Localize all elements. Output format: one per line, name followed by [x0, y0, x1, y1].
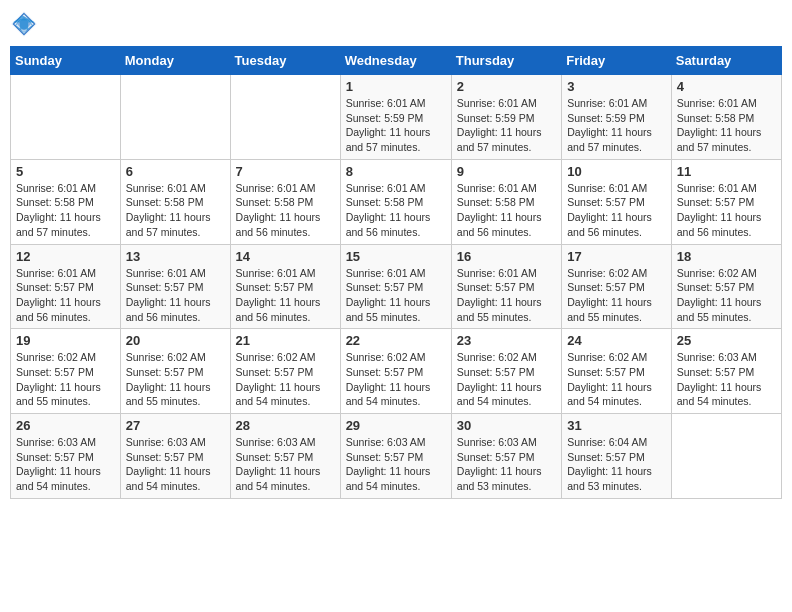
day-info: Sunrise: 6:03 AM Sunset: 5:57 PM Dayligh…	[677, 350, 776, 409]
day-number: 30	[457, 418, 556, 433]
day-number: 20	[126, 333, 225, 348]
calendar-week-row: 1Sunrise: 6:01 AM Sunset: 5:59 PM Daylig…	[11, 75, 782, 160]
calendar-cell: 26Sunrise: 6:03 AM Sunset: 5:57 PM Dayli…	[11, 414, 121, 499]
day-number: 21	[236, 333, 335, 348]
day-info: Sunrise: 6:01 AM Sunset: 5:58 PM Dayligh…	[16, 181, 115, 240]
weekday-header: Tuesday	[230, 47, 340, 75]
calendar-cell: 7Sunrise: 6:01 AM Sunset: 5:58 PM Daylig…	[230, 159, 340, 244]
calendar-cell: 31Sunrise: 6:04 AM Sunset: 5:57 PM Dayli…	[562, 414, 672, 499]
calendar-cell: 13Sunrise: 6:01 AM Sunset: 5:57 PM Dayli…	[120, 244, 230, 329]
day-number: 29	[346, 418, 446, 433]
calendar-cell: 1Sunrise: 6:01 AM Sunset: 5:59 PM Daylig…	[340, 75, 451, 160]
day-info: Sunrise: 6:01 AM Sunset: 5:58 PM Dayligh…	[236, 181, 335, 240]
calendar-cell: 24Sunrise: 6:02 AM Sunset: 5:57 PM Dayli…	[562, 329, 672, 414]
day-info: Sunrise: 6:04 AM Sunset: 5:57 PM Dayligh…	[567, 435, 666, 494]
day-info: Sunrise: 6:01 AM Sunset: 5:58 PM Dayligh…	[346, 181, 446, 240]
calendar-cell: 9Sunrise: 6:01 AM Sunset: 5:58 PM Daylig…	[451, 159, 561, 244]
day-info: Sunrise: 6:03 AM Sunset: 5:57 PM Dayligh…	[236, 435, 335, 494]
day-info: Sunrise: 6:01 AM Sunset: 5:58 PM Dayligh…	[677, 96, 776, 155]
day-number: 31	[567, 418, 666, 433]
day-info: Sunrise: 6:02 AM Sunset: 5:57 PM Dayligh…	[457, 350, 556, 409]
day-number: 24	[567, 333, 666, 348]
day-number: 23	[457, 333, 556, 348]
calendar-cell: 3Sunrise: 6:01 AM Sunset: 5:59 PM Daylig…	[562, 75, 672, 160]
calendar-week-row: 5Sunrise: 6:01 AM Sunset: 5:58 PM Daylig…	[11, 159, 782, 244]
calendar-cell: 5Sunrise: 6:01 AM Sunset: 5:58 PM Daylig…	[11, 159, 121, 244]
calendar-cell: 29Sunrise: 6:03 AM Sunset: 5:57 PM Dayli…	[340, 414, 451, 499]
day-info: Sunrise: 6:01 AM Sunset: 5:59 PM Dayligh…	[567, 96, 666, 155]
calendar-cell: 12Sunrise: 6:01 AM Sunset: 5:57 PM Dayli…	[11, 244, 121, 329]
calendar-week-row: 12Sunrise: 6:01 AM Sunset: 5:57 PM Dayli…	[11, 244, 782, 329]
day-number: 28	[236, 418, 335, 433]
day-info: Sunrise: 6:01 AM Sunset: 5:58 PM Dayligh…	[126, 181, 225, 240]
logo	[10, 10, 40, 38]
day-info: Sunrise: 6:01 AM Sunset: 5:57 PM Dayligh…	[567, 181, 666, 240]
day-info: Sunrise: 6:03 AM Sunset: 5:57 PM Dayligh…	[16, 435, 115, 494]
weekday-header: Thursday	[451, 47, 561, 75]
page-header	[10, 10, 782, 38]
calendar-cell: 4Sunrise: 6:01 AM Sunset: 5:58 PM Daylig…	[671, 75, 781, 160]
day-info: Sunrise: 6:02 AM Sunset: 5:57 PM Dayligh…	[346, 350, 446, 409]
day-info: Sunrise: 6:01 AM Sunset: 5:57 PM Dayligh…	[677, 181, 776, 240]
calendar-cell: 21Sunrise: 6:02 AM Sunset: 5:57 PM Dayli…	[230, 329, 340, 414]
calendar-cell: 23Sunrise: 6:02 AM Sunset: 5:57 PM Dayli…	[451, 329, 561, 414]
calendar-cell	[120, 75, 230, 160]
day-info: Sunrise: 6:03 AM Sunset: 5:57 PM Dayligh…	[346, 435, 446, 494]
day-info: Sunrise: 6:01 AM Sunset: 5:57 PM Dayligh…	[457, 266, 556, 325]
calendar-cell: 25Sunrise: 6:03 AM Sunset: 5:57 PM Dayli…	[671, 329, 781, 414]
calendar-table: SundayMondayTuesdayWednesdayThursdayFrid…	[10, 46, 782, 499]
day-info: Sunrise: 6:02 AM Sunset: 5:57 PM Dayligh…	[567, 350, 666, 409]
calendar-cell: 17Sunrise: 6:02 AM Sunset: 5:57 PM Dayli…	[562, 244, 672, 329]
day-number: 22	[346, 333, 446, 348]
day-info: Sunrise: 6:03 AM Sunset: 5:57 PM Dayligh…	[126, 435, 225, 494]
calendar-cell: 8Sunrise: 6:01 AM Sunset: 5:58 PM Daylig…	[340, 159, 451, 244]
weekday-header: Saturday	[671, 47, 781, 75]
day-number: 14	[236, 249, 335, 264]
day-number: 4	[677, 79, 776, 94]
day-number: 18	[677, 249, 776, 264]
calendar-cell: 16Sunrise: 6:01 AM Sunset: 5:57 PM Dayli…	[451, 244, 561, 329]
calendar-week-row: 19Sunrise: 6:02 AM Sunset: 5:57 PM Dayli…	[11, 329, 782, 414]
day-info: Sunrise: 6:01 AM Sunset: 5:57 PM Dayligh…	[236, 266, 335, 325]
calendar-cell: 27Sunrise: 6:03 AM Sunset: 5:57 PM Dayli…	[120, 414, 230, 499]
day-number: 13	[126, 249, 225, 264]
day-info: Sunrise: 6:02 AM Sunset: 5:57 PM Dayligh…	[126, 350, 225, 409]
day-info: Sunrise: 6:02 AM Sunset: 5:57 PM Dayligh…	[677, 266, 776, 325]
weekday-header: Sunday	[11, 47, 121, 75]
day-number: 12	[16, 249, 115, 264]
day-number: 15	[346, 249, 446, 264]
calendar-cell: 15Sunrise: 6:01 AM Sunset: 5:57 PM Dayli…	[340, 244, 451, 329]
weekday-header-row: SundayMondayTuesdayWednesdayThursdayFrid…	[11, 47, 782, 75]
calendar-cell: 22Sunrise: 6:02 AM Sunset: 5:57 PM Dayli…	[340, 329, 451, 414]
day-info: Sunrise: 6:01 AM Sunset: 5:59 PM Dayligh…	[457, 96, 556, 155]
weekday-header: Monday	[120, 47, 230, 75]
day-info: Sunrise: 6:02 AM Sunset: 5:57 PM Dayligh…	[16, 350, 115, 409]
calendar-cell	[230, 75, 340, 160]
day-number: 19	[16, 333, 115, 348]
day-info: Sunrise: 6:01 AM Sunset: 5:58 PM Dayligh…	[457, 181, 556, 240]
day-number: 25	[677, 333, 776, 348]
day-number: 6	[126, 164, 225, 179]
calendar-cell: 19Sunrise: 6:02 AM Sunset: 5:57 PM Dayli…	[11, 329, 121, 414]
day-info: Sunrise: 6:01 AM Sunset: 5:59 PM Dayligh…	[346, 96, 446, 155]
calendar-cell: 20Sunrise: 6:02 AM Sunset: 5:57 PM Dayli…	[120, 329, 230, 414]
calendar-cell: 10Sunrise: 6:01 AM Sunset: 5:57 PM Dayli…	[562, 159, 672, 244]
day-number: 16	[457, 249, 556, 264]
day-number: 5	[16, 164, 115, 179]
calendar-cell: 18Sunrise: 6:02 AM Sunset: 5:57 PM Dayli…	[671, 244, 781, 329]
day-number: 7	[236, 164, 335, 179]
day-info: Sunrise: 6:01 AM Sunset: 5:57 PM Dayligh…	[16, 266, 115, 325]
day-number: 2	[457, 79, 556, 94]
day-number: 11	[677, 164, 776, 179]
weekday-header: Friday	[562, 47, 672, 75]
calendar-cell	[671, 414, 781, 499]
logo-icon	[10, 10, 38, 38]
calendar-cell: 6Sunrise: 6:01 AM Sunset: 5:58 PM Daylig…	[120, 159, 230, 244]
day-info: Sunrise: 6:01 AM Sunset: 5:57 PM Dayligh…	[126, 266, 225, 325]
calendar-cell: 2Sunrise: 6:01 AM Sunset: 5:59 PM Daylig…	[451, 75, 561, 160]
calendar-cell: 14Sunrise: 6:01 AM Sunset: 5:57 PM Dayli…	[230, 244, 340, 329]
day-number: 9	[457, 164, 556, 179]
day-info: Sunrise: 6:01 AM Sunset: 5:57 PM Dayligh…	[346, 266, 446, 325]
day-number: 10	[567, 164, 666, 179]
calendar-week-row: 26Sunrise: 6:03 AM Sunset: 5:57 PM Dayli…	[11, 414, 782, 499]
